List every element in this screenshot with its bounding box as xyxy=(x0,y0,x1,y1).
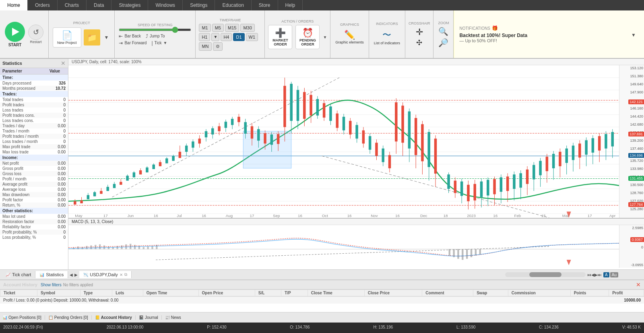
tick-chart-label: Tick chart xyxy=(12,272,31,277)
restoration-label: Restoration factor xyxy=(2,219,34,224)
bar-forward-icon: ⇥ xyxy=(119,40,123,46)
nav-tab-windows[interactable]: Windows xyxy=(148,0,183,10)
scroll-next[interactable]: ▶ xyxy=(594,273,598,277)
open-positions-icon: 📊 xyxy=(2,315,7,320)
tick-chart-icon: 📈 xyxy=(6,273,10,277)
start-button[interactable] xyxy=(5,22,25,42)
notif-dropdown[interactable]: ▼ xyxy=(631,32,636,38)
scroll-start[interactable]: ⏮ xyxy=(587,273,591,277)
macd-info-bar: MACD (5, 13, 3, Close) xyxy=(68,219,644,225)
pending-orders-icon: 📋 xyxy=(48,315,53,320)
speed-section: SPEED OF TESTING ⇤ Bar Back ⤴ Jump To ⇥ … xyxy=(115,10,196,58)
journal-tab[interactable]: 📓 Journal xyxy=(139,315,162,320)
list-of-indicators-button[interactable]: 〜 List of indicators xyxy=(372,27,402,47)
svg-rect-38 xyxy=(133,172,136,177)
nav-right[interactable]: ▶ xyxy=(74,273,78,277)
scroll-prev[interactable]: ◀ xyxy=(591,273,594,277)
nav-left[interactable]: ◀ xyxy=(70,273,73,277)
svg-rect-93 xyxy=(310,95,312,116)
stats-restoration-row: Restoration factor 0.00 xyxy=(0,219,68,224)
price-134-label: 134.696 xyxy=(628,153,644,158)
nav-tab-orders[interactable]: Orders xyxy=(28,0,58,10)
svg-text:Nov: Nov xyxy=(371,213,378,218)
svg-rect-181 xyxy=(605,134,607,149)
max-profit-trade-value: 0.00 xyxy=(58,145,66,149)
graphic-elements-button[interactable]: ✏️ Graphic elements xyxy=(334,28,365,46)
autoscroll-btn[interactable]: A xyxy=(603,272,609,277)
news-tab[interactable]: 📰 News xyxy=(165,315,181,320)
tf-h4[interactable]: H4 xyxy=(221,33,232,41)
project-dropdown-button[interactable]: ▼ xyxy=(103,33,111,42)
pending-orders-tab[interactable]: 📋 Pending Orders [0] xyxy=(48,315,92,320)
tf-m30[interactable]: M30 xyxy=(240,24,254,32)
chart-tab-clone[interactable]: ⧉ xyxy=(124,272,127,277)
svg-rect-127 xyxy=(421,124,424,161)
new-project-label: New Project xyxy=(57,41,77,45)
candles-decline xyxy=(316,96,614,210)
tf-m5[interactable]: M5 xyxy=(212,24,224,32)
stats-header: Statistics ✕ xyxy=(0,59,68,68)
nav-tab-education[interactable]: Education xyxy=(215,0,251,10)
profit-cons-value: 0 xyxy=(63,113,66,118)
tick-chart-tab[interactable]: 📈 Tick chart xyxy=(2,271,35,278)
svg-rect-36 xyxy=(126,176,129,180)
restart-button[interactable]: ↺ xyxy=(28,25,43,40)
statistics-tab[interactable]: 📊 Statistics xyxy=(35,271,68,278)
zoom-out-button[interactable]: 🔎 xyxy=(438,38,448,48)
pencil-icon: ✏️ xyxy=(344,30,355,40)
notif-label: NOTIFICATIONS xyxy=(459,26,490,31)
tf-mn[interactable]: MN xyxy=(199,42,211,51)
nav-tab-data[interactable]: Data xyxy=(87,0,111,10)
svg-rect-20 xyxy=(74,201,76,205)
tf-d1[interactable]: D1 xyxy=(233,33,244,41)
open-positions-tab[interactable]: 📊 Open Positions [0] xyxy=(2,315,45,320)
svg-rect-113 xyxy=(375,143,378,156)
main-chart-container[interactable]: May 17 Jun 16 Jul 16 Aug 17 Sep 16 Oct 1… xyxy=(68,65,644,218)
stats-profit-trades-month-row: Profit trades / month 0 xyxy=(0,134,68,139)
new-project-button[interactable]: 📄 New Project xyxy=(53,27,81,48)
nav-tab-store[interactable]: Store xyxy=(252,0,278,10)
stats-close-button[interactable]: ✕ xyxy=(61,60,66,66)
account-history-close[interactable]: ✕ xyxy=(636,281,641,288)
zoom-in-button[interactable]: 🔍 xyxy=(438,27,448,36)
price-151: 151.380 xyxy=(630,74,643,78)
scrollbar-thumb[interactable] xyxy=(529,272,561,277)
chart-tab-close[interactable]: ✕ xyxy=(120,273,123,277)
crosshair-plus-button[interactable]: ✛ xyxy=(416,27,423,37)
svg-rect-234 xyxy=(466,249,468,259)
usdjpy-daily-tab[interactable]: 📉 USDJPY,Daily ✕ ⧉ xyxy=(79,271,132,278)
tf-h1[interactable]: H1 xyxy=(199,33,210,41)
project-folder-button[interactable]: 📁 xyxy=(84,29,100,46)
days-processed-value: 326 xyxy=(59,81,66,85)
nav-tab-strategies[interactable]: Strategies xyxy=(111,0,148,10)
nav-tab-charts[interactable]: Charts xyxy=(58,0,87,10)
bar-forward-label: Bar Forward xyxy=(124,41,147,45)
scroll-end[interactable]: ⏭ xyxy=(598,273,602,277)
pending-order-button[interactable]: ⏰ PENDING ORDER xyxy=(295,25,320,49)
tf-m15[interactable]: M15 xyxy=(225,24,239,32)
stats-profit-trades-row: Profit trades 0 xyxy=(0,102,68,108)
crosshair-move-button[interactable]: ✣ xyxy=(416,38,422,47)
loss-prob-label: Loss probability, % xyxy=(2,235,36,240)
tf-dropdown[interactable]: ▼ xyxy=(211,33,219,41)
scrollbar-track[interactable] xyxy=(505,272,586,277)
currency-btn[interactable]: Au xyxy=(610,272,618,277)
crosshair-section: CROSSHAIR ✛ ✣ xyxy=(405,10,434,58)
tf-m1[interactable]: M1 xyxy=(199,24,211,32)
col-lots: Lots xyxy=(112,290,143,296)
account-history-tab[interactable]: 📒 Account History xyxy=(95,315,136,320)
chart-info-bar: USDJPY, Daily, cell: 1740, scale: 100% xyxy=(68,59,644,65)
nav-tab-settings[interactable]: Settings xyxy=(183,0,215,10)
bottom-p: P: 152.430 xyxy=(207,325,226,329)
tf-w1[interactable]: W1 xyxy=(246,33,258,41)
bar-back-row: ⇤ Bar Back ⤴ Jump To xyxy=(119,33,191,39)
market-order-button[interactable]: ➕ MARKET ORDER xyxy=(268,25,292,49)
chart-tab-label: USDJPY,Daily xyxy=(90,272,118,277)
nav-tab-help[interactable]: Help xyxy=(278,0,303,10)
speed-slider[interactable] xyxy=(119,29,191,31)
orders-dropdown[interactable]: ▼ xyxy=(323,35,327,39)
nav-tab-home[interactable]: Home xyxy=(0,0,28,10)
show-filters-button[interactable]: Show filters xyxy=(41,283,62,287)
tf-gear[interactable]: ⚙ xyxy=(213,42,223,51)
tick-dropdown[interactable]: ▼ xyxy=(163,41,167,45)
